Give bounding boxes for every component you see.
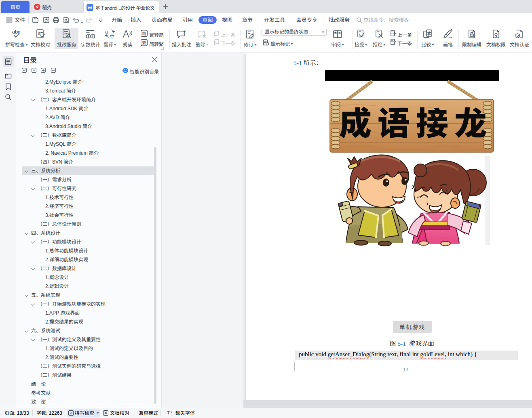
svg-text:简: 简: [142, 30, 146, 36]
svg-text:成语接龙: 成语接龙: [339, 97, 493, 144]
svg-text:繁: 繁: [142, 40, 146, 46]
svg-text:中: 中: [110, 33, 114, 40]
svg-text:a: a: [38, 31, 41, 36]
svg-text:a: a: [105, 29, 108, 35]
